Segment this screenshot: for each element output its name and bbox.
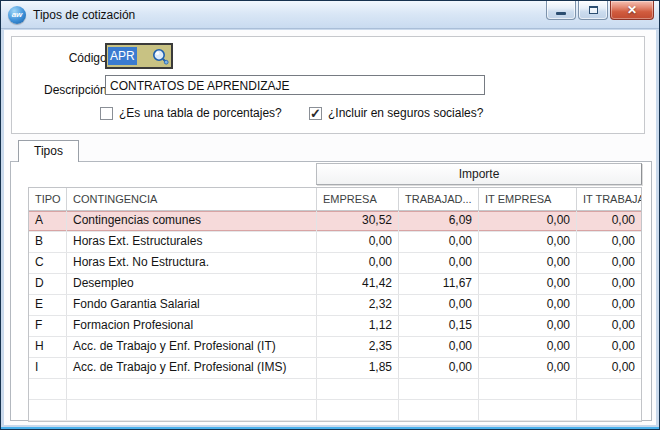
row-contingencia-cell: Desempleo: [67, 274, 317, 294]
dialog-window: Tipos de cotización Código: APR: [0, 0, 660, 430]
row-tipo-cell: B: [29, 232, 67, 252]
row-value-cell: 0,00: [479, 274, 577, 294]
titlebar[interactable]: Tipos de cotización: [1, 1, 659, 29]
table-row[interactable]: HAcc. de Trabajo y Enf. Profesional (IT)…: [29, 337, 641, 358]
row-value-cell: [479, 400, 577, 420]
row-value-cell: [577, 379, 641, 399]
app-logo-icon: [8, 6, 26, 24]
group-header-row: Importe: [28, 162, 642, 187]
column-header-3[interactable]: TRABAJAD...: [399, 188, 479, 210]
codigo-label: Código:: [12, 51, 110, 65]
row-value-cell: 0,00: [399, 253, 479, 273]
row-value-cell: 0,00: [479, 316, 577, 336]
restore-button[interactable]: [578, 1, 608, 20]
column-header-5[interactable]: IT TRABAJA...: [577, 188, 641, 210]
row-value-cell: [479, 379, 577, 399]
column-header-1[interactable]: CONTINGENCIA: [67, 188, 317, 210]
tab-page: Importe TIPOCONTINGENCIAEMPRESATRABAJAD.…: [10, 161, 652, 421]
importe-group-header: Importe: [316, 163, 642, 185]
table-row[interactable]: IAcc. de Trabajo y Enf. Profesional (IMS…: [29, 358, 641, 379]
row-value-cell: 0,00: [577, 253, 641, 273]
row-value-cell: [399, 400, 479, 420]
row-tipo-cell: [29, 400, 67, 420]
row-value-cell: 0,00: [317, 232, 399, 252]
row-tipo-cell: I: [29, 358, 67, 378]
row-value-cell: 0,00: [577, 337, 641, 357]
row-contingencia-cell: Horas Ext. No Estructura.: [67, 253, 317, 273]
table-row[interactable]: CHoras Ext. No Estructura.0,000,000,000,…: [29, 253, 641, 274]
row-tipo-cell: D: [29, 274, 67, 294]
descripcion-input[interactable]: CONTRATOS DE APRENDIZAJE: [105, 75, 485, 95]
row-tipo-cell: [29, 379, 67, 399]
row-tipo-cell: C: [29, 253, 67, 273]
row-value-cell: 2,32: [317, 295, 399, 315]
row-value-cell: 0,00: [577, 274, 641, 294]
column-header-4[interactable]: IT EMPRESA: [479, 188, 577, 210]
column-header-row: TIPOCONTINGENCIAEMPRESATRABAJAD...IT EMP…: [29, 188, 641, 211]
column-header-2[interactable]: EMPRESA: [317, 188, 399, 210]
table-row[interactable]: BHoras Ext. Estructurales0,000,000,000,0…: [29, 232, 641, 253]
row-tipo-cell: F: [29, 316, 67, 336]
row-contingencia-cell: Acc. de Trabajo y Enf. Profesional (IMS): [67, 358, 317, 378]
row-value-cell: 0,00: [577, 232, 641, 252]
row-value-cell: 0,00: [479, 295, 577, 315]
row-contingencia-cell: Formacion Profesional: [67, 316, 317, 336]
table-row[interactable]: DDesempleo41,4211,670,000,00: [29, 274, 641, 295]
row-value-cell: 1,12: [317, 316, 399, 336]
row-contingencia-cell: Fondo Garantia Salarial: [67, 295, 317, 315]
minimize-button[interactable]: [546, 1, 576, 20]
window-title: Tipos de cotización: [33, 8, 135, 22]
row-value-cell: 41,42: [317, 274, 399, 294]
close-button[interactable]: [610, 1, 654, 20]
checkbox-unchecked-icon: [100, 107, 113, 120]
row-tipo-cell: A: [29, 211, 67, 231]
row-value-cell: 0,00: [317, 253, 399, 273]
row-value-cell: 2,35: [317, 337, 399, 357]
table-row[interactable]: [29, 400, 641, 421]
row-value-cell: 0,00: [479, 253, 577, 273]
row-value-cell: [317, 379, 399, 399]
column-header-0[interactable]: TIPO: [29, 188, 67, 210]
row-value-cell: [317, 400, 399, 420]
table-row[interactable]: EFondo Garantia Salarial2,320,000,000,00: [29, 295, 641, 316]
row-contingencia-cell: [67, 400, 317, 420]
row-value-cell: 0,00: [399, 295, 479, 315]
checkbox-tabla-porcentajes[interactable]: ¿Es una tabla de porcentajes?: [100, 106, 282, 120]
window-controls: [546, 1, 654, 20]
search-icon[interactable]: [151, 47, 170, 66]
row-value-cell: 0,00: [577, 211, 641, 231]
row-value-cell: 0,00: [577, 295, 641, 315]
row-value-cell: [399, 379, 479, 399]
row-contingencia-cell: Acc. de Trabajo y Enf. Profesional (IT): [67, 337, 317, 357]
table-row[interactable]: AContingencias comunes30,526,090,000,00: [29, 211, 641, 232]
codigo-input[interactable]: APR: [105, 43, 173, 69]
data-grid: Importe TIPOCONTINGENCIAEMPRESATRABAJAD.…: [28, 162, 642, 422]
table-row[interactable]: [29, 379, 641, 400]
row-value-cell: 30,52: [317, 211, 399, 231]
row-value-cell: 0,15: [399, 316, 479, 336]
checkbox-incluir-seguros-label: ¿Incluir en seguros sociales?: [328, 106, 483, 120]
row-value-cell: 0,00: [399, 358, 479, 378]
codigo-value-selected: APR: [108, 47, 137, 65]
descripcion-label: Descripción:: [12, 83, 110, 97]
row-value-cell: 0,00: [577, 358, 641, 378]
row-value-cell: 1,85: [317, 358, 399, 378]
row-value-cell: 11,67: [399, 274, 479, 294]
row-value-cell: 0,00: [479, 358, 577, 378]
row-contingencia-cell: Horas Ext. Estructurales: [67, 232, 317, 252]
row-value-cell: 0,00: [399, 232, 479, 252]
row-value-cell: 0,00: [479, 337, 577, 357]
checkbox-checked-icon: [309, 107, 322, 120]
minimize-icon: [556, 12, 566, 15]
row-value-cell: 0,00: [479, 232, 577, 252]
checkbox-tabla-porcentajes-label: ¿Es una tabla de porcentajes?: [119, 106, 282, 120]
tab-tipos[interactable]: Tipos: [18, 140, 79, 162]
client-area: Código: APR Descripción: CONTRATOS DE AP…: [4, 30, 656, 425]
row-value-cell: 0,00: [577, 316, 641, 336]
row-tipo-cell: H: [29, 337, 67, 357]
checkbox-incluir-seguros[interactable]: ¿Incluir en seguros sociales?: [309, 106, 483, 120]
table-row[interactable]: FFormacion Profesional1,120,150,000,00: [29, 316, 641, 337]
grid-body: AContingencias comunes30,526,090,000,00B…: [29, 211, 641, 421]
row-value-cell: 0,00: [399, 337, 479, 357]
row-value-cell: [577, 400, 641, 420]
